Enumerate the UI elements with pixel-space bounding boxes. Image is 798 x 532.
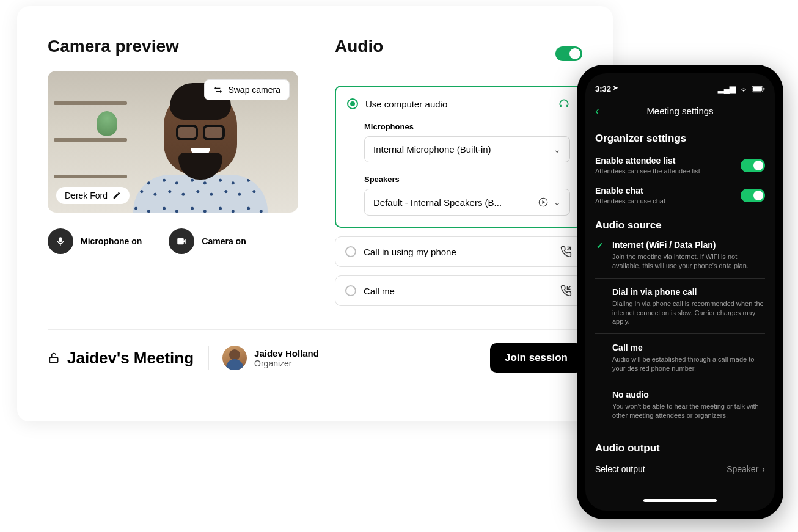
audio-source-noaudio-desc: You won't be able to hear the meeting or… (612, 402, 765, 420)
play-test-icon[interactable] (538, 197, 549, 208)
status-time: 3:32➤ (595, 84, 618, 93)
audio-source-internet-desc: Join the meeting via internet. If WiFi i… (612, 252, 765, 271)
audio-source-noaudio-title: No audio (612, 390, 765, 399)
wifi-icon (739, 86, 748, 93)
microphone-icon (48, 228, 73, 254)
audio-output-title: Audio output (595, 442, 765, 454)
audio-source-title: Audio source (595, 219, 765, 231)
camera-preview-title: Camera preview (48, 37, 298, 56)
audio-source-internet[interactable]: Internet (WiFi / Data Plan) Join the mee… (595, 231, 765, 279)
camera-column: Camera preview (48, 37, 298, 306)
audio-source-callme-title: Call me (612, 343, 765, 352)
audio-output-value: Speaker (727, 464, 758, 474)
phone-mockup: 3:32➤ ▂▄▆ ‹ Meeting settings Organizer s… (577, 65, 783, 519)
call-in-label: Call in using my phone (364, 247, 456, 257)
enable-chat-row[interactable]: Enable chat Attendees can use chat (595, 186, 765, 205)
chevron-down-icon: ⌄ (554, 145, 561, 155)
radio-computer-audio-label: Use computer audio (365, 99, 447, 109)
organizer-role: Organizer (254, 359, 319, 368)
audio-source-noaudio[interactable]: No audio You won't be able to hear the m… (595, 381, 765, 428)
divider (48, 329, 582, 330)
organizer-settings-title: Organizer settings (595, 133, 765, 145)
phone-out-icon (560, 246, 572, 258)
svg-rect-1 (49, 357, 57, 362)
swap-camera-button[interactable]: Swap camera (204, 79, 290, 100)
organizer-name: Jaidev Holland (254, 348, 319, 359)
display-name-chip[interactable]: Derek Ford (56, 187, 130, 204)
radio-computer-audio[interactable] (347, 98, 358, 109)
enable-attendee-list-desc: Attendees can see the attendee list (595, 167, 700, 175)
bg-shelf (54, 101, 127, 105)
edit-icon (112, 191, 121, 200)
speaker-select[interactable]: Default - Internal Speakers (B... ⌄ (364, 189, 570, 216)
signal-icon: ▂▄▆ (718, 84, 736, 93)
home-indicator (643, 499, 717, 502)
display-name-text: Derek Ford (65, 191, 108, 200)
enable-chat-toggle[interactable] (741, 189, 765, 202)
computer-audio-card: Use computer audio Microphones Internal … (335, 86, 582, 228)
microphone-value: Internal Microphone (Built-in) (373, 144, 491, 155)
radio-call-in[interactable] (345, 246, 356, 257)
meeting-setup-card: Camera preview (17, 6, 613, 421)
camera-label: Camera on (202, 236, 246, 246)
enable-attendee-list-toggle[interactable] (741, 159, 765, 172)
bg-shelf (54, 138, 127, 142)
call-me-label: Call me (364, 286, 395, 296)
swap-camera-label: Swap camera (228, 85, 280, 95)
speakers-label: Speakers (364, 175, 570, 184)
status-bar: 3:32➤ ▂▄▆ (595, 84, 765, 93)
chevron-down-icon: ⌄ (554, 197, 561, 207)
chevron-right-icon: › (762, 464, 765, 474)
call-me-option[interactable]: Call me (335, 275, 582, 306)
enable-attendee-list-label: Enable attendee list (595, 156, 700, 166)
camera-control[interactable]: Camera on (169, 228, 246, 254)
audio-source-internet-title: Internet (WiFi / Data Plan) (612, 240, 765, 250)
join-session-button[interactable]: Join session (490, 343, 582, 373)
camera-icon (169, 228, 194, 254)
person-illustration (121, 89, 280, 213)
svg-rect-3 (753, 87, 762, 91)
enable-chat-desc: Attendees can use chat (595, 197, 665, 205)
audio-source-dialin-desc: Dialing in via phone call is recommended… (612, 299, 765, 327)
speaker-value: Default - Internal Speakers (B... (373, 197, 502, 208)
headset-icon (558, 98, 570, 110)
microphone-select[interactable]: Internal Microphone (Built-in) ⌄ (364, 136, 570, 162)
battery-icon (752, 86, 765, 93)
organizer-block: Jaidev Holland Organizer (208, 346, 319, 370)
enable-attendee-list-row[interactable]: Enable attendee list Attendees can see t… (595, 156, 765, 175)
meeting-name: Jaidev's Meeting (67, 349, 194, 368)
audio-title: Audio (335, 37, 383, 56)
bg-plant (97, 111, 117, 136)
audio-source-callme-desc: Audio will be established through a call… (612, 355, 765, 373)
audio-source-callme[interactable]: Call me Audio will be established throug… (595, 334, 765, 381)
call-in-option[interactable]: Call in using my phone (335, 236, 582, 267)
audio-output-label: Select output (595, 464, 645, 474)
audio-source-dialin[interactable]: Dial in via phone call Dialing in via ph… (595, 279, 765, 335)
audio-master-toggle[interactable] (555, 46, 582, 61)
microphone-control[interactable]: Microphone on (48, 228, 142, 254)
audio-column: Audio Use computer audio Microphones (335, 37, 582, 306)
nav-title: Meeting settings (595, 106, 765, 116)
camera-preview: Swap camera Derek Ford (48, 71, 298, 213)
phone-in-icon (560, 285, 572, 297)
svg-rect-4 (763, 87, 764, 90)
unlock-icon (48, 351, 60, 365)
bg-shelf (54, 175, 127, 178)
microphone-label: Microphone on (81, 236, 142, 246)
swap-icon (213, 85, 223, 95)
enable-chat-label: Enable chat (595, 186, 665, 195)
microphones-label: Microphones (364, 122, 570, 131)
organizer-avatar (222, 346, 247, 370)
meeting-footer: Jaidev's Meeting Jaidev Holland Organize… (48, 343, 582, 373)
radio-call-me[interactable] (345, 285, 356, 296)
audio-output-row[interactable]: Select output Speaker › (595, 464, 765, 474)
device-controls: Microphone on Camera on (48, 228, 298, 254)
audio-source-dialin-title: Dial in via phone call (612, 287, 765, 297)
phone-screen: 3:32➤ ▂▄▆ ‹ Meeting settings Organizer s… (585, 73, 775, 511)
